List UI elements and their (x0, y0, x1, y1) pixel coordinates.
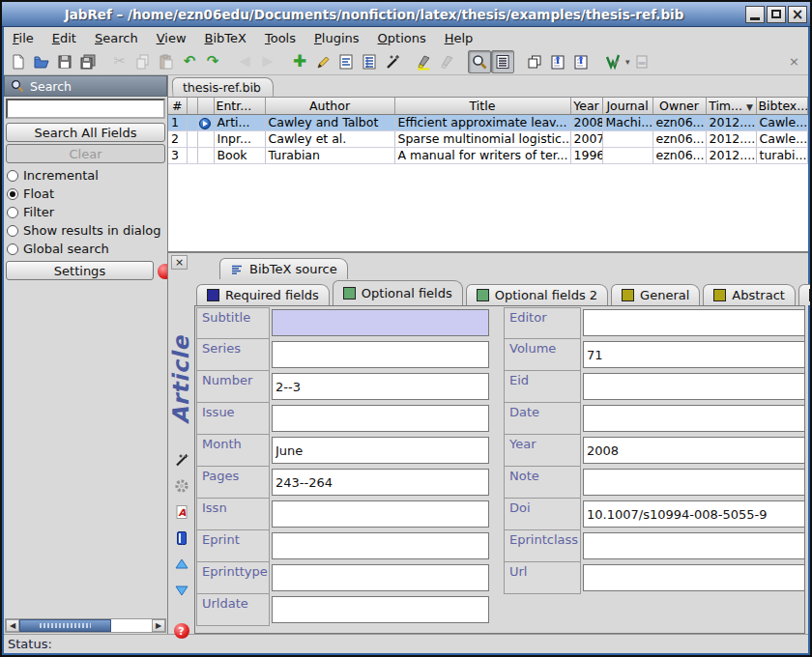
radio-float[interactable]: Float (4, 185, 167, 203)
tab-required-fields[interactable]: Required fields (196, 284, 330, 305)
cell-icon2[interactable] (197, 147, 214, 163)
field-input-doi[interactable] (583, 500, 805, 528)
cell-journal[interactable] (602, 147, 652, 163)
editor-help-button[interactable]: ? (173, 622, 190, 640)
help-ball-icon[interactable] (158, 264, 167, 279)
cell-icon1[interactable] (187, 114, 197, 130)
cell-icon1[interactable] (187, 130, 197, 147)
scrollbar-thumb[interactable] (19, 619, 111, 632)
next-entry-button[interactable] (173, 582, 190, 599)
radio-incremental-circle[interactable] (7, 170, 18, 182)
cell-year[interactable]: 2008 (570, 114, 602, 130)
menu-options[interactable]: Options (378, 31, 426, 45)
cell-owner[interactable]: ezn06... (652, 130, 706, 147)
cell-icon2[interactable] (197, 130, 214, 147)
cell-timestamp[interactable]: 2012.... (706, 147, 756, 163)
cell-title[interactable]: A manual for writers of ter... (394, 147, 570, 163)
field-input-date[interactable] (583, 405, 805, 432)
edit-preamble-button[interactable] (334, 50, 358, 73)
col-icon2[interactable] (197, 98, 214, 114)
open-database-button[interactable] (30, 50, 53, 73)
field-input-pages[interactable] (272, 469, 489, 496)
paste-button[interactable] (155, 50, 178, 73)
tab-optional-fields[interactable]: Optional fields (333, 280, 463, 305)
clear-button[interactable]: Clear (6, 144, 165, 163)
col-num[interactable]: # (168, 98, 187, 114)
menu-view[interactable]: View (157, 31, 187, 45)
field-input-month[interactable] (272, 437, 489, 464)
cell-owner[interactable]: ezn06... (652, 147, 706, 163)
scroll-right-icon[interactable]: ▶ (152, 619, 165, 632)
preview-toggle-button[interactable] (491, 50, 514, 73)
field-input-series[interactable] (272, 341, 489, 368)
sidebar-horizontal-scrollbar[interactable]: ◀ ▶ (5, 618, 166, 633)
search-toggle-button[interactable] (468, 50, 491, 73)
autoset-button[interactable] (173, 477, 190, 495)
field-input-volume[interactable] (583, 341, 805, 368)
cell-bibtexkey[interactable]: Cawle... (756, 114, 808, 130)
forward-button[interactable]: ▶ (256, 50, 279, 73)
cell-title[interactable]: Efficient approximate leav... (394, 114, 570, 130)
cell-owner[interactable]: ezn06... (652, 114, 706, 130)
cell-bibtexkey[interactable]: Cawle... (756, 130, 808, 147)
cell-author[interactable]: Turabian (265, 147, 394, 163)
minimize-button[interactable] (745, 6, 765, 23)
radio-float-circle[interactable] (7, 188, 18, 200)
open-file-button[interactable] (173, 529, 190, 547)
scroll-left-icon[interactable]: ◀ (6, 619, 19, 632)
cleanup-button[interactable] (381, 50, 404, 73)
radio-show-results-dialog[interactable]: Show results in dialog (4, 221, 167, 240)
close-button[interactable]: × (788, 6, 807, 23)
toolbar-close-icon[interactable]: × (789, 54, 799, 69)
col-journal[interactable]: Journal (602, 98, 652, 114)
cell-timestamp[interactable]: 2012.... (706, 130, 756, 147)
maximize-button[interactable] (767, 6, 786, 23)
menu-bibtex[interactable]: BibTeX (205, 31, 246, 45)
field-input-number[interactable] (272, 373, 489, 400)
cell-author[interactable]: Cawley and Talbot (265, 114, 394, 130)
col-bibtexkey[interactable]: Bibtex... (756, 98, 808, 114)
tab-review[interactable]: Review (798, 284, 812, 305)
openoffice-button[interactable] (601, 50, 624, 73)
cell-bibtexkey[interactable]: turabi... (756, 147, 808, 163)
save-all-button[interactable] (76, 50, 100, 73)
col-entrytype[interactable]: Entr... (214, 98, 265, 114)
open-pdf-button[interactable]: A (173, 503, 190, 521)
table-row[interactable]: 3 Book Turabian A manual for writers of … (168, 147, 808, 163)
copy-button[interactable] (131, 50, 155, 73)
settings-button[interactable]: Settings (6, 261, 154, 280)
cell-entrytype[interactable]: Book (214, 147, 265, 163)
openoffice-dropdown-icon[interactable]: ▾ (625, 57, 630, 67)
new-entry-button[interactable]: ✚ (288, 50, 311, 73)
col-year[interactable]: Year (570, 98, 602, 114)
radio-filter[interactable]: Filter (4, 203, 167, 221)
col-owner[interactable]: Owner (652, 98, 706, 114)
tab-optional-fields-2[interactable]: Optional fields 2 (466, 284, 608, 305)
col-icon1[interactable] (187, 98, 197, 114)
menu-plugins[interactable]: Plugins (314, 31, 360, 45)
cell-journal[interactable] (602, 130, 652, 147)
back-button[interactable]: ◀ (233, 50, 256, 73)
database-tab[interactable]: thesis-ref.bib (172, 77, 275, 97)
cell-num[interactable]: 1 (168, 114, 187, 130)
menu-tools[interactable]: Tools (265, 31, 296, 45)
cell-icon1[interactable] (187, 147, 197, 163)
radio-global-circle[interactable] (7, 243, 18, 255)
field-input-year[interactable] (583, 437, 805, 464)
tab-general[interactable]: General (611, 284, 700, 305)
undo-button[interactable]: ↶ (178, 50, 201, 73)
menu-search[interactable]: Search (95, 31, 138, 45)
radio-filter-circle[interactable] (7, 207, 18, 218)
field-input-subtitle[interactable] (272, 309, 489, 336)
field-input-eid[interactable] (583, 373, 805, 400)
field-input-editor[interactable] (583, 309, 805, 336)
table-row[interactable]: 2 Inpr... Cawley et al. Sparse multinomi… (168, 130, 808, 147)
field-input-issue[interactable] (272, 405, 489, 432)
cell-entrytype[interactable]: Inpr... (214, 130, 265, 147)
import-into-current-button[interactable] (546, 50, 569, 73)
cell-journal[interactable]: Machi... (602, 114, 652, 130)
cell-num[interactable]: 2 (168, 130, 187, 147)
cell-icon2[interactable] (197, 114, 214, 130)
cut-button[interactable]: ✂ (108, 50, 131, 73)
search-all-fields-button[interactable]: Search All Fields (6, 123, 165, 142)
